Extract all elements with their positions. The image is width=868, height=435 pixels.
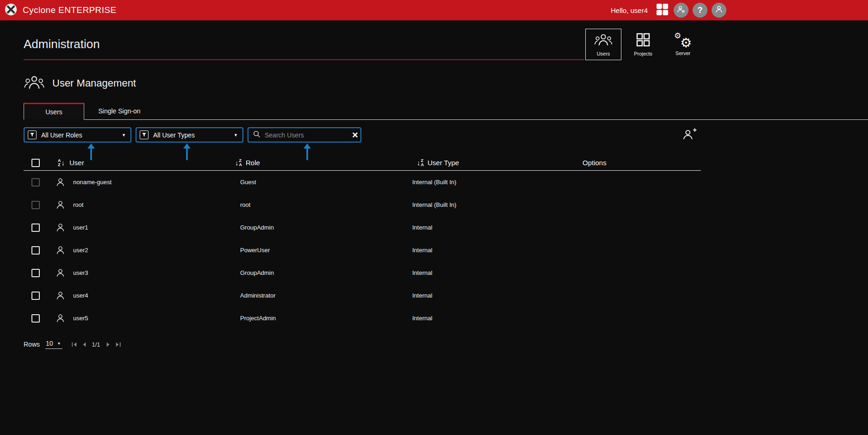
table-header: A Z ↓ User ↓ Z A Role [24,155,701,171]
page-title: Administration [24,37,100,51]
title-underline [24,59,584,60]
row-checkbox[interactable] [31,269,40,277]
filter-zone: All User Roles ▼ All User Types ▼ × [24,127,701,143]
users-group-icon [594,32,613,49]
profile-button[interactable] [712,3,726,18]
search-users-box: × [248,127,361,143]
app-grid-button[interactable] [655,3,670,18]
user-greeting: Hello, user4 [611,6,648,14]
user-row-icon [55,199,66,210]
table-row[interactable]: root root Internal (Built In) [24,193,701,216]
filter-row: All User Roles ▼ All User Types ▼ × [24,127,701,143]
row-checkbox [31,178,40,186]
user-row-icon [55,222,66,233]
brand-name: Cyclone ENTERPRISE [23,5,117,15]
nav-projects-label: Projects [634,51,652,56]
filter-funnel-icon [140,130,149,139]
chevron-down-icon: ▼ [57,342,61,346]
row-checkbox [31,201,40,209]
table-row[interactable]: user1 GroupAdmin Internal [24,216,701,239]
app-grid-icon [656,3,669,18]
table-row[interactable]: user2 PowerUser Internal [24,239,701,261]
annotation-arrow-types [183,143,191,162]
section-head: User Management [24,74,701,93]
user-row-icon [55,290,66,301]
chevron-down-icon: ▼ [234,133,238,137]
rows-per-page-select[interactable]: 10 ▼ [45,340,62,349]
rows-label: Rows [24,341,40,348]
user-row-icon [55,313,66,323]
row-checkbox[interactable] [31,314,40,323]
user-management-icon [24,74,45,93]
pagination-bar: Rows 10 ▼ 1/1 [24,340,701,349]
table-row[interactable]: user5 ProjectAdmin Internal [24,307,701,329]
sort-type-icon[interactable]: ↓ Z A [417,159,424,167]
tab-users[interactable]: Users [24,103,84,120]
select-all-checkbox[interactable] [31,159,40,167]
user-row-icon [55,177,66,187]
row-checkbox[interactable] [31,246,40,255]
nav-server-label: Server [676,50,690,56]
filter-funnel-icon [28,130,37,139]
last-page-button[interactable] [115,341,122,348]
table-row[interactable]: user4 Administrator Internal [24,284,701,307]
brand: Cyclone ENTERPRISE [5,3,117,18]
nav-users-label: Users [597,51,610,56]
first-page-button[interactable] [71,341,78,348]
table-row[interactable]: noname-guest Guest Internal (Built In) [24,171,701,193]
section-title: User Management [52,77,136,89]
account-settings-button[interactable] [674,3,688,18]
row-checkbox[interactable] [31,224,40,232]
next-page-button[interactable] [105,341,112,348]
column-header-options: Options [583,159,607,167]
column-header-role: Role [246,159,260,167]
admin-nav: Users Projects ⚙ ⚙ Server [585,29,701,60]
topbar-actions: Hello, user4 ? [611,3,726,18]
prev-page-button[interactable] [81,341,88,348]
question-mark-icon: ? [698,6,703,15]
sort-role-icon[interactable]: ↓ Z A [235,159,242,167]
projects-grid-icon [636,32,651,49]
user-row-icon [55,267,66,278]
sort-user-icon[interactable]: A Z ↓ [58,159,65,167]
admin-header: Administration Users [24,20,701,62]
tab-single-sign-on[interactable]: Single Sign-on [84,103,155,119]
nav-users-button[interactable]: Users [585,29,621,60]
user-row-icon [55,245,66,255]
table-body: noname-guest Guest Internal (Built In) r… [24,171,701,329]
topbar: Cyclone ENTERPRISE Hello, user4 [0,0,868,20]
column-header-user: User [69,159,84,167]
column-header-type: User Type [428,159,459,167]
user-types-filter-dropdown[interactable]: All User Types ▼ [136,127,243,143]
cyclone-logo-icon [5,3,17,18]
row-checkbox[interactable] [31,292,40,300]
user-gear-icon [676,5,686,16]
main-content: Administration Users [0,20,868,349]
user-types-filter-value: All User Types [153,131,229,139]
table-row[interactable]: user3 GroupAdmin Internal [24,261,701,284]
annotation-arrow-search [304,143,311,162]
nav-server-button[interactable]: ⚙ ⚙ Server [665,29,701,60]
clear-search-icon[interactable]: × [352,130,358,140]
search-icon [253,130,261,140]
nav-projects-button[interactable]: Projects [625,29,661,60]
help-button[interactable]: ? [693,3,707,18]
user-roles-filter-dropdown[interactable]: All User Roles ▼ [24,127,131,143]
annotation-arrow-roles [87,143,95,162]
chevron-down-icon: ▼ [122,133,126,137]
users-table: A Z ↓ User ↓ Z A Role [24,155,701,329]
search-users-input[interactable] [265,131,348,139]
server-gears-icon: ⚙ ⚙ [674,33,692,49]
user-roles-filter-value: All User Roles [41,131,117,139]
tabs: Users Single Sign-on [24,103,868,120]
person-icon [714,5,724,16]
page-indicator: 1/1 [92,341,100,348]
add-user-button[interactable] [682,128,697,142]
pagination-controls: 1/1 [71,341,122,348]
